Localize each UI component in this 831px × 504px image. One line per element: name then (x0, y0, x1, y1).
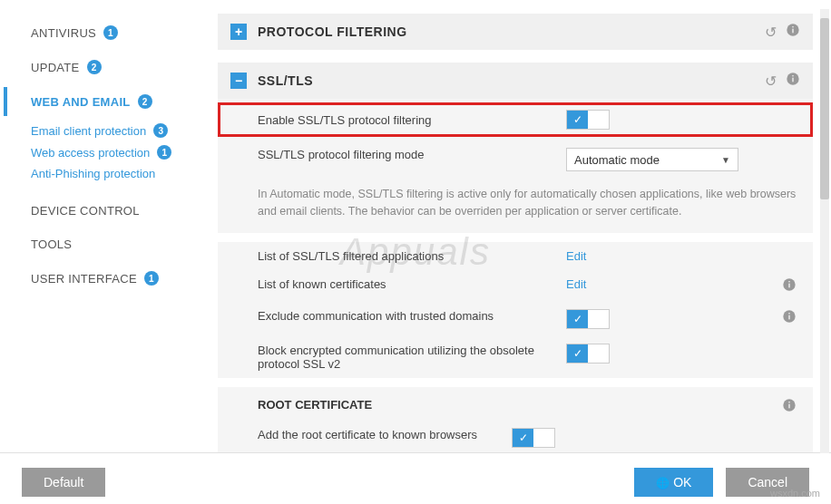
info-icon[interactable] (786, 23, 800, 41)
setting-label: Exclude communication with trusted domai… (258, 309, 566, 323)
badge: 2 (138, 94, 152, 109)
info-icon[interactable] (782, 309, 797, 326)
sidebar-label: DEVICE CONTROL (31, 204, 140, 218)
sidebar-item-tools[interactable]: TOOLS (31, 230, 200, 258)
section-protocol-filtering: + PROTOCOL FILTERING ↺ (218, 14, 813, 50)
expand-icon[interactable]: + (230, 24, 247, 40)
svg-rect-10 (788, 315, 789, 319)
select-value: Automatic mode (574, 153, 660, 167)
checkmark-icon: ✓ (567, 344, 588, 363)
info-icon[interactable] (786, 72, 800, 90)
select-filtering-mode[interactable]: Automatic mode ▼ (566, 148, 738, 171)
sidebar-label: ANTIVIRUS (31, 26, 96, 40)
svg-rect-5 (792, 75, 793, 76)
info-icon[interactable] (782, 398, 797, 415)
svg-rect-8 (788, 281, 789, 282)
sidebar-label: WEB AND EMAIL (31, 95, 131, 109)
checkmark-icon: ✓ (567, 310, 588, 328)
ok-button[interactable]: OK (634, 468, 713, 497)
section-title: PROTOCOL FILTERING (258, 24, 765, 39)
sub-label: Web access protection (31, 146, 150, 160)
row-known-certs: List of known certificates Edit (218, 270, 813, 302)
scrollbar-thumb[interactable] (820, 18, 829, 199)
setting-label: SSL/TLS protocol filtering mode (258, 148, 566, 161)
info-icon[interactable] (782, 277, 797, 295)
row-enable-ssl-filtering: Enable SSL/TLS protocol filtering ✓ (218, 102, 813, 137)
toggle-exclude-trusted[interactable]: ✓ (566, 309, 610, 329)
badge: 2 (87, 60, 102, 74)
toggle-block-sslv2[interactable]: ✓ (566, 344, 610, 363)
section-ssl-tls: − SSL/TLS ↺ Enable SSL/TLS protocol filt… (218, 63, 813, 452)
svg-rect-7 (788, 283, 789, 287)
sidebar-item-antivirus[interactable]: ANTIVIRUS 1 (31, 18, 200, 47)
help-text: In Automatic mode, SSL/TLS filtering is … (218, 179, 813, 233)
setting-label: Enable SSL/TLS protocol filtering (258, 113, 566, 127)
subsection-root-certificate: ROOT CERTIFICATE (218, 387, 813, 421)
sidebar-item-user-interface[interactable]: USER INTERFACE 1 (31, 264, 200, 293)
svg-rect-14 (788, 402, 789, 402)
sub-label: Anti-Phishing protection (31, 167, 155, 180)
setting-label: List of known certificates (258, 277, 566, 291)
row-block-sslv2: Block encrypted communication utilizing … (218, 336, 813, 378)
scrollbar[interactable] (820, 9, 829, 453)
collapse-icon[interactable]: − (230, 73, 247, 89)
row-exclude-trusted: Exclude communication with trusted domai… (218, 302, 813, 336)
footer: Default OK Cancel (0, 453, 831, 504)
svg-rect-2 (792, 26, 793, 27)
svg-rect-11 (788, 313, 789, 314)
sidebar-label: UPDATE (31, 61, 80, 74)
svg-rect-4 (792, 78, 793, 82)
setting-label: List of SSL/TLS filtered applications (258, 249, 566, 263)
checkmark-icon: ✓ (567, 111, 588, 129)
sidebar-item-web-and-email[interactable]: WEB AND EMAIL 2 (31, 87, 200, 116)
chevron-down-icon: ▼ (721, 155, 730, 165)
sidebar-item-update[interactable]: UPDATE 2 (31, 53, 200, 82)
sidebar-sub-web-access[interactable]: Web access protection 1 (31, 141, 200, 163)
toggle-add-root-cert[interactable]: ✓ (512, 428, 555, 448)
row-filtering-mode: SSL/TLS protocol filtering mode Automati… (218, 141, 813, 179)
edit-link[interactable]: Edit (566, 249, 586, 263)
sidebar-sub-anti-phishing[interactable]: Anti-Phishing protection (31, 163, 200, 184)
badge: 1 (157, 145, 171, 160)
revert-icon[interactable]: ↺ (765, 73, 777, 90)
setting-label: Block encrypted communication utilizing … (258, 344, 566, 371)
sidebar-sub-email-client[interactable]: Email client protection 3 (31, 120, 200, 141)
subsection-title: ROOT CERTIFICATE (258, 398, 372, 415)
globe-icon (656, 475, 673, 489)
default-button[interactable]: Default (22, 468, 105, 497)
badge: 3 (153, 123, 168, 138)
sub-label: Email client protection (31, 124, 146, 138)
checkmark-icon: ✓ (513, 429, 533, 447)
setting-label: Add the root certificate to known browse… (258, 428, 512, 441)
sidebar: ANTIVIRUS 1 UPDATE 2 WEB AND EMAIL 2 Ema… (0, 0, 209, 452)
row-add-root-cert: Add the root certificate to known browse… (218, 421, 813, 453)
badge: 1 (103, 25, 118, 40)
main-panel: + PROTOCOL FILTERING ↺ − SSL/TLS ↺ (209, 0, 831, 452)
sidebar-label: USER INTERFACE (31, 272, 137, 286)
badge: 1 (144, 271, 159, 286)
svg-rect-13 (788, 403, 789, 408)
revert-icon[interactable]: ↺ (765, 24, 777, 41)
toggle-enable-ssl[interactable]: ✓ (566, 110, 610, 130)
sidebar-item-device-control[interactable]: DEVICE CONTROL (31, 197, 200, 225)
sidebar-label: TOOLS (31, 237, 72, 251)
section-title: SSL/TLS (258, 73, 765, 88)
source-label: wsxdn.com (770, 488, 820, 499)
edit-link[interactable]: Edit (566, 277, 586, 291)
row-filtered-apps: List of SSL/TLS filtered applications Ed… (218, 242, 813, 270)
svg-rect-1 (792, 29, 793, 34)
